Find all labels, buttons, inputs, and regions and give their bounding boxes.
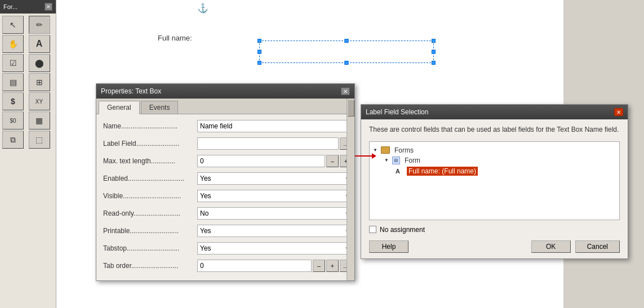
tree-form-icon: ▤ xyxy=(392,157,400,164)
prop-tab-order-container: – + … xyxy=(197,260,352,272)
prop-visible-value: Yes xyxy=(200,192,211,200)
prop-printable-select[interactable]: Yes ▼ xyxy=(197,225,352,237)
prop-max-text-input[interactable] xyxy=(197,155,325,167)
prop-row-tab-order: Tab order......................... – + … xyxy=(99,258,352,273)
prop-label-field-label: Label Field....................... xyxy=(99,140,197,148)
prop-label-field-input[interactable] xyxy=(197,137,339,150)
prop-printable-label: Printable.......................... xyxy=(99,227,197,235)
label-dialog-ok-cancel: OK Cancel xyxy=(531,240,620,253)
tree-label-forms: Forms xyxy=(394,146,414,154)
circle-tool-button[interactable]: ⬤ xyxy=(29,54,50,72)
tab-general[interactable]: General xyxy=(99,101,140,114)
text-tool-button[interactable]: A xyxy=(29,35,50,53)
prop-printable-value: Yes xyxy=(200,227,211,235)
format-tool-button[interactable]: $0 xyxy=(2,111,24,130)
label-dialog-buttons: Help OK Cancel xyxy=(361,238,628,258)
properties-dialog-content: Name.............................. Label… xyxy=(96,114,354,280)
tree-folder-icon-forms xyxy=(381,146,390,154)
prop-tabstop-select[interactable]: Yes ▼ xyxy=(197,242,352,255)
table1-tool-button[interactable]: ▤ xyxy=(2,73,24,91)
handle-bc[interactable] xyxy=(345,61,349,65)
prop-max-text-decrement[interactable]: – xyxy=(326,155,339,167)
prop-visible-select[interactable]: Yes ▼ xyxy=(197,190,352,202)
prop-readonly-value: No xyxy=(200,209,208,217)
label-selection-dialog: Label Field Selection ✕ These are contro… xyxy=(361,104,628,259)
prop-row-readonly: Read-only......................... No ▼ xyxy=(99,206,352,221)
ok-button[interactable]: OK xyxy=(531,240,571,253)
handle-tc[interactable] xyxy=(345,39,349,43)
tree-arrow-form: ▼ xyxy=(384,158,390,163)
prop-tab-order-increment[interactable]: + xyxy=(326,260,339,272)
tab-events[interactable]: Events xyxy=(141,101,179,114)
toolbar-titlebar: For... ✕ xyxy=(0,0,56,14)
anchor-icon: ⚓ xyxy=(197,3,208,14)
handle-br[interactable] xyxy=(432,61,436,65)
prop-readonly-label: Read-only......................... xyxy=(99,209,197,217)
arrow-line xyxy=(355,155,372,157)
arrow-head xyxy=(372,153,376,159)
no-assignment-checkbox[interactable] xyxy=(369,226,376,233)
no-assignment-row: No assignment xyxy=(369,226,425,234)
tree-item-forms[interactable]: ▼ Forms xyxy=(373,145,616,155)
tree-item-form[interactable]: ▼ ▤ Form xyxy=(384,155,616,166)
prop-tab-order-input[interactable] xyxy=(197,260,312,272)
label-dialog-close-button[interactable]: ✕ xyxy=(614,108,623,116)
prop-visible-label: Visible............................... xyxy=(99,192,197,200)
text-box-selection[interactable] xyxy=(259,41,434,63)
prop-tabstop-label: Tabstop............................ xyxy=(99,244,197,252)
arrow-connector xyxy=(355,153,376,159)
prop-name-input[interactable] xyxy=(197,120,352,132)
toolbar-buttons: ↖ ✏ ✋ A ☑ ⬤ ▤ ⊞ $ XY $0 ▦ ⧉ ⬚ xyxy=(0,14,56,151)
handle-tl[interactable] xyxy=(257,39,261,43)
prop-enabled-select[interactable]: Yes ▼ xyxy=(197,172,352,185)
prop-tabstop-value: Yes xyxy=(200,244,211,252)
handle-tr[interactable] xyxy=(432,39,436,43)
label-dialog-description: These are control fields that can be use… xyxy=(361,119,628,139)
checkbox-tool-button[interactable]: ☑ xyxy=(2,54,24,72)
handle-mr[interactable] xyxy=(432,50,436,54)
toolbar-close-button[interactable]: ✕ xyxy=(45,3,52,11)
xy-tool-button[interactable]: XY xyxy=(29,92,50,110)
handle-ml[interactable] xyxy=(257,50,261,54)
prop-row-name: Name.............................. xyxy=(99,119,352,133)
prop-row-tabstop: Tabstop............................ Yes … xyxy=(99,241,352,256)
canvas-content: Full name: xyxy=(158,34,192,42)
toolbar: For... ✕ ↖ ✏ ✋ A ☑ ⬤ ▤ ⊞ $ XY $0 ▦ ⧉ ⬚ xyxy=(0,0,56,308)
prop-readonly-select[interactable]: No ▼ xyxy=(197,207,352,220)
tree-item-fullname[interactable]: A Full name: (Full name) xyxy=(396,166,616,177)
cancel-button[interactable]: Cancel xyxy=(575,240,620,253)
edit-tool-button[interactable]: ✏ xyxy=(29,16,50,34)
select-tool-button[interactable]: ↖ xyxy=(2,16,24,34)
prop-tab-order-decrement[interactable]: – xyxy=(313,260,325,272)
label-tree-area[interactable]: ▼ Forms ▼ ▤ Form A Full name: (Full name… xyxy=(369,141,620,220)
label-dialog-titlebar: Label Field Selection ✕ xyxy=(361,105,628,119)
no-assignment-label: No assignment xyxy=(380,226,425,234)
prop-tab-order-label: Tab order......................... xyxy=(99,262,197,270)
tree-label-fullname: Full name: (Full name) xyxy=(407,167,478,176)
properties-dialog: Properties: Text Box ✕ General Events Na… xyxy=(96,83,355,281)
copy-tool-button[interactable]: ⧉ xyxy=(2,131,24,149)
help-button[interactable]: Help xyxy=(369,240,408,253)
hand-tool-button[interactable]: ✋ xyxy=(2,35,24,53)
prop-row-visible: Visible............................... Y… xyxy=(99,189,352,203)
label-dialog-bottom: No assignment xyxy=(361,222,628,238)
prop-max-text-container: – + xyxy=(197,155,352,167)
frame-tool-button[interactable]: ⬚ xyxy=(29,131,50,149)
tree-label-form: Form xyxy=(405,157,420,164)
handle-bl[interactable] xyxy=(257,61,261,65)
prop-row-max-text: Max. text length............. – + xyxy=(99,154,352,168)
tree-arrow-forms: ▼ xyxy=(373,148,379,153)
prop-row-enabled: Enabled.............................. Ye… xyxy=(99,171,352,186)
label-dialog-title: Label Field Selection xyxy=(366,108,428,116)
prop-name-label: Name.............................. xyxy=(99,122,197,130)
prop-row-printable: Printable.......................... Yes … xyxy=(99,224,352,238)
currency-tool-button[interactable]: $ xyxy=(2,92,24,110)
scrollbar-thumb[interactable] xyxy=(348,100,354,117)
prop-enabled-value: Yes xyxy=(200,175,211,182)
properties-dialog-close-button[interactable]: ✕ xyxy=(341,87,350,95)
scrollbar-track[interactable] xyxy=(347,99,354,280)
grid-tool-button[interactable]: ⊞ xyxy=(29,73,50,91)
prop-row-label-field: Label Field....................... … xyxy=(99,136,352,151)
field-tool-button[interactable]: ▦ xyxy=(29,111,50,130)
properties-dialog-title: Properties: Text Box xyxy=(101,87,161,95)
